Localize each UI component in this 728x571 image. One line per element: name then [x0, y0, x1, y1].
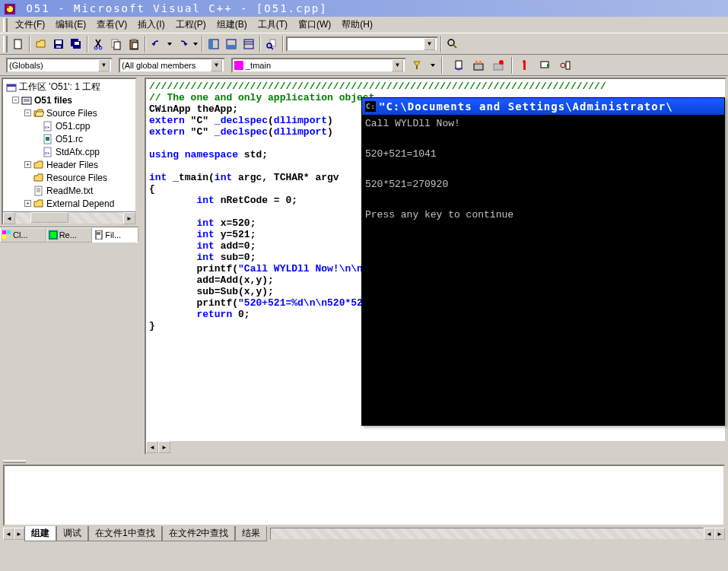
members-combo[interactable]: (All global members▼ — [119, 58, 225, 73]
tab-find2[interactable]: 在文件2中查找 — [162, 526, 236, 541]
tab-find1[interactable]: 在文件1中查找 — [88, 526, 162, 541]
tree-file-readme[interactable]: ReadMe.txt — [5, 184, 134, 197]
combo-arrow-icon[interactable]: ▼ — [392, 59, 403, 71]
tree-folder-source[interactable]: −Source Files — [5, 106, 134, 119]
tab-scroll-track[interactable] — [270, 528, 704, 540]
svg-rect-13 — [114, 42, 120, 49]
menu-edit[interactable]: 编辑(E) — [51, 17, 91, 33]
build-icon[interactable] — [470, 57, 487, 74]
text-file-icon — [33, 186, 44, 196]
breakpoint-icon[interactable] — [557, 57, 574, 74]
panel-grip[interactable] — [0, 458, 728, 465]
undo-dropdown-icon[interactable] — [166, 36, 173, 52]
new-file-icon[interactable] — [10, 36, 27, 52]
redo-icon[interactable] — [174, 36, 191, 52]
tree-file[interactable]: c+O51.cpp — [5, 119, 134, 132]
execute-icon[interactable] — [517, 57, 534, 74]
copy-icon[interactable] — [108, 36, 125, 52]
scroll-right-icon[interactable]: ► — [158, 441, 170, 453]
menu-help[interactable]: 帮助(H) — [337, 17, 377, 33]
scroll-thumb[interactable] — [30, 212, 68, 223]
menu-window[interactable]: 窗口(W) — [294, 17, 335, 33]
collapse-icon[interactable]: − — [24, 109, 31, 116]
tree-file[interactable]: c+StdAfx.cpp — [5, 145, 134, 158]
combo-arrow-icon[interactable]: ▼ — [211, 59, 222, 71]
tab-nav-left-icon[interactable]: ◄ — [3, 528, 14, 540]
find-in-files-icon[interactable] — [263, 36, 280, 52]
open-file-icon[interactable] — [33, 36, 49, 52]
expand-icon[interactable]: + — [24, 161, 31, 168]
save-icon[interactable] — [50, 36, 67, 52]
code-tok: add=0; — [221, 240, 256, 252]
expand-icon[interactable]: + — [24, 200, 31, 207]
stop-build-icon[interactable] — [490, 57, 507, 74]
workspace-icon[interactable] — [205, 36, 222, 52]
class-scope-combo[interactable]: (Globals)▼ — [6, 58, 113, 73]
code-tok: argc, TCHAR* argv — [238, 172, 339, 183]
splitter-vertical[interactable] — [138, 76, 143, 456]
tab-scroll-left-icon[interactable]: ◄ — [704, 528, 714, 540]
tab-debug[interactable]: 调试 — [56, 526, 88, 541]
tree-file[interactable]: O51.rc — [5, 132, 134, 145]
workspace-icon — [6, 82, 17, 93]
class-icon — [2, 230, 11, 240]
tree-project[interactable]: −O51 files — [5, 94, 134, 106]
tab-build[interactable]: 组建 — [24, 526, 56, 541]
tree-workspace[interactable]: 工作区 'O51': 1 工程 — [5, 81, 134, 94]
tree-folder-resource[interactable]: Resource Files — [5, 171, 134, 184]
tab-scroll-right-icon[interactable]: ► — [714, 528, 725, 540]
menu-view[interactable]: 查看(V) — [92, 17, 132, 33]
undo-icon[interactable] — [148, 36, 165, 52]
combo-arrow-icon[interactable]: ▼ — [98, 59, 110, 71]
cut-icon[interactable] — [91, 36, 107, 52]
menu-insert[interactable]: 插入(I) — [133, 17, 169, 33]
window-list-icon[interactable] — [240, 36, 257, 52]
svg-rect-16 — [132, 43, 138, 49]
tab-fileview[interactable]: Fil... — [92, 227, 138, 243]
compile-icon[interactable] — [450, 57, 467, 74]
tree-hscroll[interactable]: ◄ ► — [3, 211, 135, 224]
code-tok: int — [149, 240, 221, 252]
redo-dropdown-icon[interactable] — [192, 36, 199, 52]
tab-nav-right-icon[interactable]: ► — [14, 528, 24, 540]
tab-classview[interactable]: Cl... — [0, 227, 46, 243]
folder-icon — [33, 160, 44, 170]
file-tree[interactable]: 工作区 'O51': 1 工程 −O51 files −Source Files… — [3, 79, 135, 211]
svg-rect-50 — [46, 137, 49, 141]
scroll-left-icon[interactable]: ◄ — [3, 212, 15, 224]
editor-hscroll[interactable]: ◄ ► — [146, 441, 725, 453]
menu-tools[interactable]: 工具(T) — [253, 17, 292, 33]
menu-build[interactable]: 组建(B) — [212, 17, 252, 33]
console-window[interactable]: C:\ "C:\Documents and Settings\Administr… — [361, 97, 725, 426]
go-icon[interactable] — [537, 57, 554, 74]
tab-resourceview[interactable]: Re... — [46, 227, 93, 243]
code-line: add=Add(x,y); — [149, 274, 274, 286]
wizard-action-icon[interactable] — [409, 57, 426, 74]
console-titlebar[interactable]: C:\ "C:\Documents and Settings\Administr… — [362, 98, 724, 115]
collapse-icon[interactable]: − — [12, 97, 19, 103]
scroll-left-icon[interactable]: ◄ — [146, 441, 158, 453]
scroll-track[interactable] — [15, 212, 123, 224]
menu-file[interactable]: 文件(F) — [11, 17, 49, 33]
function-value: _tmain — [246, 61, 271, 70]
paste-icon[interactable] — [126, 36, 142, 52]
scroll-right-icon[interactable]: ► — [123, 212, 135, 224]
wizard-dropdown-icon[interactable] — [429, 57, 437, 74]
function-combo[interactable]: _tmain▼ — [231, 58, 406, 73]
toolbar-grip[interactable] — [3, 36, 8, 52]
code-tok: int — [149, 252, 221, 263]
save-all-icon[interactable] — [68, 36, 84, 52]
tree-folder-external[interactable]: +External Depend — [5, 197, 134, 210]
menu-project[interactable]: 工程(P) — [171, 17, 211, 33]
search-combo[interactable]: ▼ — [286, 36, 438, 52]
tab-results[interactable]: 结果 — [235, 526, 267, 541]
menubar-grip[interactable] — [3, 18, 8, 32]
svg-rect-59 — [2, 235, 6, 239]
find-icon[interactable] — [444, 36, 461, 52]
output-window-icon[interactable] — [223, 36, 240, 52]
svg-rect-29 — [234, 61, 243, 70]
output-window[interactable] — [3, 465, 725, 526]
tree-folder-headers[interactable]: +Header Files — [5, 158, 134, 171]
tree-label: Header Files — [46, 160, 98, 170]
combo-arrow-icon[interactable]: ▼ — [424, 38, 435, 50]
